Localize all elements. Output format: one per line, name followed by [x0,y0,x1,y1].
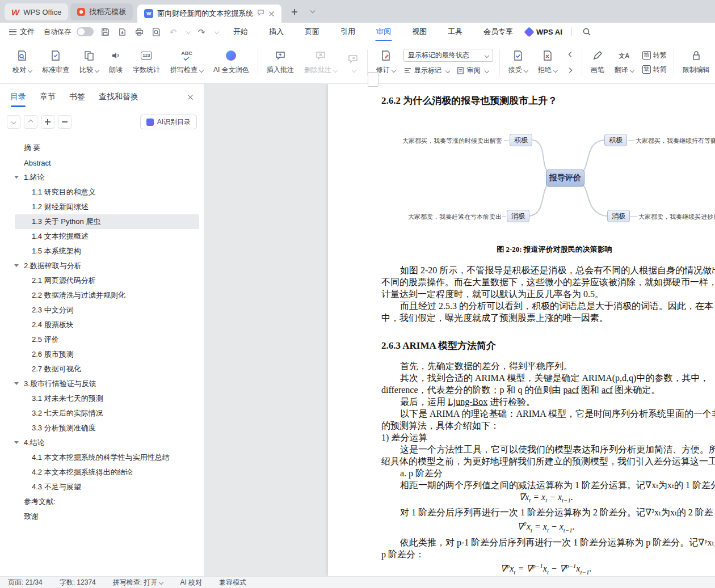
doc-line[interactable]: 这是一个方法性工具，它可以使我们的模型表达和序列分析更加简洁、方便。所 [381,443,715,455]
tab-document-active[interactable]: W 面向财经新闻的文本挖掘系统 [137,5,281,23]
close-sidebar-icon[interactable] [187,94,194,100]
doc-line[interactable]: 相距一期的两个序列值之间的减法运算称为 1 阶差分运算。记∇xₜ为xₜ的 1 阶… [381,479,715,491]
formula-p-difference[interactable]: ∇pxt = ∇p−1xt − ∇p−1xt−1. [381,560,710,576]
word-count-indicator[interactable]: 字数: 12374 [60,578,96,587]
toc-item[interactable]: 2.5 评价 [0,332,204,347]
previous-change-button[interactable] [565,49,576,60]
undo-button[interactable]: ↶ [167,26,179,37]
show-markup-button[interactable]: 显示标记 [403,66,449,75]
undo-chevron-icon[interactable] [186,29,191,34]
collapse-all-button[interactable] [58,115,72,129]
section-heading-263[interactable]: 2.6.3 ARIMA 模型方法简介 [381,339,715,353]
toc-item[interactable]: 2.7 数据可视化 [0,362,204,377]
toc-item[interactable]: 2.数据榨取与分析 [0,259,204,273]
compare-button[interactable]: 比较 [75,44,103,81]
toc-item[interactable]: 2.2 数据清洗与过滤并规则化 [0,288,204,303]
doc-line[interactable]: p 阶差分： [381,548,715,560]
ai-proofread-status[interactable]: AI 校对 [180,578,202,587]
doc-line[interactable]: difference，代表差分的阶数；p 和 q 的值则由 pacf 图和 ac… [381,384,715,396]
next-change-button[interactable] [565,65,576,76]
menu-item-membership[interactable]: 会员专享 [482,23,514,41]
accept-button[interactable]: 接受 [504,44,532,81]
figure-caption[interactable]: 图 2-20: 报道评价对股民的决策影响 [381,244,715,255]
autosave-toggle[interactable] [77,27,94,36]
to-traditional-button[interactable]: 简 转繁 [642,50,667,60]
to-simplified-button[interactable]: 繁 转简 [642,65,667,74]
new-tab-button[interactable] [287,5,302,19]
tab-list-chevron-icon[interactable] [309,6,314,16]
reject-button[interactable]: 拒绝 [533,44,562,81]
menu-item-reference[interactable]: 引用 [339,23,356,41]
redo-button[interactable]: ↷ [196,26,207,37]
page-indicator[interactable]: 页面: 21/34 [8,578,43,587]
doc-line[interactable]: 中，我们假定，曝光度就成了预测股票上涨的唯一因素。 [381,312,715,324]
spell-check-status[interactable]: 拼写检查: 打开 [113,578,163,587]
toc-item[interactable]: 4.结论 [0,435,204,450]
menu-item-page[interactable]: 页面 [304,23,321,41]
toc-item[interactable]: 1.1 研究目的和意义 [0,185,204,200]
floating-handle[interactable] [368,72,378,87]
toc-item[interactable]: 2.3 中文分词 [0,303,204,318]
wps-ai-button[interactable]: WPS AI [525,28,562,36]
compatibility-mode-status[interactable]: 兼容模式 [219,578,246,587]
comment-bubble-icon[interactable] [257,9,264,18]
doc-line[interactable]: 的预测算法，具体介绍如下： [381,420,715,432]
formula-first-difference[interactable]: ∇xt = xt − xt−1. [381,491,710,506]
tab-toc[interactable]: 目录 [10,92,26,102]
toc-item-selected[interactable]: 1.3 关于 Python 爬虫 [0,214,204,229]
collapse-item-button[interactable] [24,115,37,129]
file-menu-button[interactable]: 文件 [9,27,35,37]
toc-item[interactable]: Abstract [0,155,204,170]
expand-all-button[interactable] [41,115,54,129]
toc-item[interactable]: 4.3 不足与展望 [0,480,204,494]
doc-line[interactable]: 不同的股票操作。而在大量数据下，这些微小的差异应该被消除，就如掷硬币一样， [381,276,715,288]
menu-item-review[interactable]: 审阅 [375,23,392,41]
doc-line[interactable]: 依此类推，对 p-1 阶差分后序列再进行一次 1 阶差分运算称为 p 阶差分。记… [381,536,715,548]
toc-item[interactable]: 2.1 网页源代码分析 [0,273,204,288]
close-tab-icon[interactable] [268,11,275,17]
comment-navigation-button[interactable] [343,44,363,81]
expand-item-button[interactable] [7,115,20,129]
toc-item[interactable]: 1.绪论 [0,170,204,185]
brush-button[interactable]: 画笔 [586,44,609,81]
toc-item[interactable]: 2.4 股票板块 [0,318,204,332]
toc-item[interactable]: 1.2 财经新闻综述 [0,200,204,214]
redo-chevron-icon[interactable] [214,29,219,34]
doc-line[interactable]: 其次，找到合适的 ARIMA 模型，关键是确定 ARIMA(p,d,q)中的参数… [381,372,715,384]
doc-line[interactable]: 而且经过 2.5.3 的分析可以看到，积极的词语总是大于消极的词语。因此，在本 [381,300,715,312]
doc-line[interactable]: 如图 2-20 所示，不管报导是积极还是消极，总会有不同的人根据自身的情况做出 [381,264,715,276]
document-page[interactable]: 2.6.2 为什么消极的报导也预测股市上升？ 报导评价 积极 积极 消极 消极 … [328,84,715,576]
toc-item[interactable]: 1.5 本系统架构 [0,244,204,259]
menu-item-view[interactable]: 视图 [411,23,428,41]
toc-item[interactable]: 3.3 分析预测准确度 [0,421,204,435]
toc-item[interactable]: 3.1 对未来七天的预测 [0,391,204,406]
toc-item[interactable]: 3.股市行情验证与反馈 [0,377,204,391]
toc-item[interactable]: 参考文献: [0,494,204,509]
toc-item[interactable]: 3.2 七天后的实际情况 [0,406,204,421]
ai-polish-button[interactable]: AI 全文润色 [209,44,254,81]
doc-line[interactable]: 1) 差分运算 [381,432,715,443]
proofread-button[interactable]: 校对 [8,44,36,81]
formula-second-difference[interactable]: ∇2xt = xt − xt−1. [381,518,710,536]
standard-review-button[interactable]: 标准审查 [37,44,74,81]
review-pane-button[interactable]: 审阅 [456,66,489,75]
read-aloud-button[interactable]: 朗读 [104,44,127,81]
doc-line[interactable]: 计量达到一定程度时，就可以默认为正反几率各为 0.5。 [381,288,715,300]
toc-item[interactable]: 4.1 本文本挖掘系统的科学性与实用性总结 [0,450,204,465]
export-button[interactable] [116,26,128,37]
restrict-edit-button[interactable]: 限制编辑 [678,44,714,81]
doc-line[interactable]: a. p 阶差分 [381,467,715,479]
doc-line[interactable]: 以下是 ARIMA 的理论基础：ARIMA 模型，它是时间序列分析系统里面的一个… [381,408,715,420]
spell-check-button[interactable]: ABC 拼写检查 [166,44,208,81]
menu-item-start[interactable]: 开始 [232,23,249,41]
save-button[interactable] [99,26,111,37]
word-count-button[interactable]: 123 字数统计 [128,44,165,81]
tab-find-replace[interactable]: 查找和替换 [99,92,138,102]
toc-item[interactable]: 4.2 本文本挖掘系统得出的结论 [0,465,204,480]
figure-mindmap[interactable]: 报导评价 积极 积极 消极 消极 大家都买，我要等涨的时候卖出解套 大家都买，我… [385,128,715,244]
doc-line[interactable]: 绍具体的模型之前，为更好地理解我们所建立的预测模型，我们引入差分运算这一工 [381,455,715,467]
ai-recognize-toc-button[interactable]: AI识别目录 [140,115,197,129]
section-heading-262[interactable]: 2.6.2 为什么消极的报导也预测股市上升？ [381,94,557,107]
menu-item-tools[interactable]: 工具 [447,23,464,41]
tab-chapters[interactable]: 章节 [40,92,56,102]
